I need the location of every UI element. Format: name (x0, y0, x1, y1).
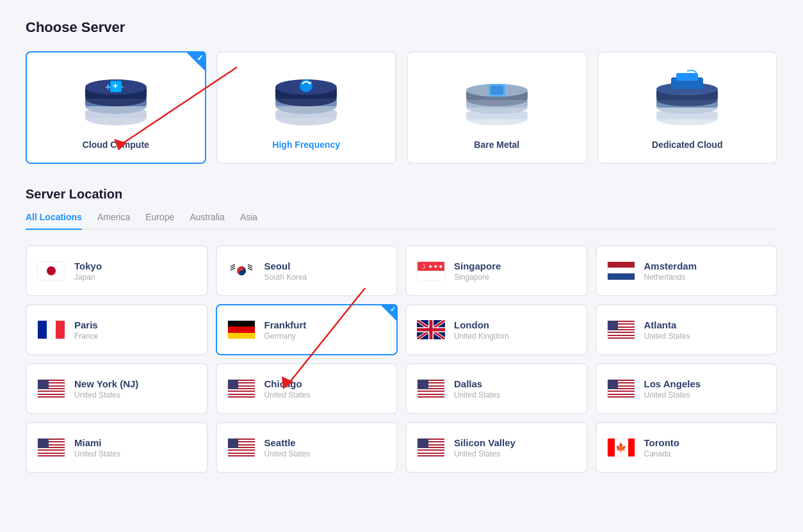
flag-netherlands (607, 261, 635, 280)
location-miami[interactable]: Miami United States (26, 422, 208, 473)
bare-metal-icon (462, 68, 532, 132)
location-atlanta[interactable]: Atlanta United States (596, 304, 778, 355)
location-toronto[interactable]: Toronto Canada (596, 422, 778, 473)
dallas-country: United States (454, 391, 500, 399)
location-chicago[interactable]: Chicago United States (216, 363, 398, 414)
paris-name: Paris (74, 319, 98, 330)
server-type-high-frequency[interactable]: High Frequency (216, 51, 397, 164)
flag-us-chicago (227, 379, 256, 398)
server-type-dedicated-cloud[interactable]: Dedicated Cloud (597, 51, 778, 164)
chicago-country: United States (264, 391, 311, 399)
server-type-grid: + + + Cloud Compute (26, 51, 777, 164)
los-angeles-name: Los Angeles (644, 378, 701, 389)
page-title: Choose Server (26, 19, 777, 36)
location-dallas[interactable]: Dallas United States (405, 363, 588, 414)
seoul-name: Seoul (264, 261, 307, 271)
toronto-country: Canada (644, 449, 680, 458)
dedicated-cloud-icon (652, 68, 722, 132)
flag-us-atlanta (607, 320, 635, 339)
atlanta-country: United States (644, 332, 690, 341)
singapore-name: Singapore (454, 261, 501, 271)
server-type-bare-metal[interactable]: Bare Metal (407, 51, 587, 164)
high-frequency-label: High Frequency (272, 140, 340, 150)
amsterdam-country: Netherlands (644, 273, 697, 282)
atlanta-name: Atlanta (644, 319, 690, 330)
toronto-name: Toronto (644, 437, 680, 448)
miami-country: United States (74, 449, 120, 458)
cloud-compute-label: Cloud Compute (83, 140, 149, 150)
high-frequency-icon (271, 68, 341, 132)
location-london[interactable]: London United Kingdom (405, 304, 588, 355)
tokyo-name: Tokyo (74, 261, 102, 271)
seattle-name: Seattle (264, 437, 311, 448)
location-grid-row2: Paris France Frankfurt Germany (26, 304, 777, 355)
svg-point-41 (239, 266, 243, 271)
location-grid-row3: New York (NJ) United States Chicago Unit… (26, 363, 777, 414)
location-grid: Tokyo Japan (26, 245, 777, 296)
flag-germany (227, 320, 256, 339)
flag-canada (607, 438, 635, 457)
location-new-york[interactable]: New York (NJ) United States (26, 363, 208, 414)
flag-us-ny (37, 379, 65, 398)
svg-point-42 (239, 271, 243, 275)
tokyo-country: Japan (74, 273, 102, 282)
svg-rect-36 (676, 73, 698, 81)
svg-rect-27 (491, 86, 503, 95)
location-grid-row4: Miami United States Seattle United State… (26, 422, 777, 473)
location-paris[interactable]: Paris France (26, 304, 208, 355)
location-los-angeles[interactable]: Los Angeles United States (596, 363, 778, 414)
miami-name: Miami (74, 437, 120, 448)
frankfurt-name: Frankfurt (264, 319, 307, 330)
new-york-name: New York (NJ) (74, 378, 138, 389)
location-frankfurt[interactable]: Frankfurt Germany (216, 304, 398, 355)
bare-metal-label: Bare Metal (474, 140, 519, 150)
tab-asia[interactable]: Asia (240, 212, 257, 230)
cloud-compute-icon: + + + (81, 68, 151, 132)
frankfurt-country: Germany (264, 332, 307, 341)
singapore-country: Singapore (454, 273, 501, 282)
server-location-heading: Server Location (26, 187, 777, 202)
location-silicon-valley[interactable]: Silicon Valley United States (405, 422, 588, 473)
flag-us-miami (37, 438, 65, 457)
flag-uk (417, 320, 445, 339)
silicon-valley-name: Silicon Valley (454, 437, 515, 448)
london-country: United Kingdom (454, 332, 508, 341)
flag-us-dallas (417, 379, 445, 398)
dedicated-cloud-label: Dedicated Cloud (652, 140, 722, 150)
silicon-valley-country: United States (454, 449, 515, 458)
flag-us-seattle (227, 438, 256, 457)
flag-us-sv (417, 438, 445, 457)
location-singapore[interactable]: ☽ ✦✦✦ Singapore Singapore (405, 245, 588, 296)
server-type-cloud-compute[interactable]: + + + Cloud Compute (26, 51, 206, 164)
tab-europe[interactable]: Europe (145, 212, 174, 230)
london-name: London (454, 319, 508, 330)
new-york-country: United States (74, 391, 138, 399)
tab-all-locations[interactable]: All Locations (26, 212, 82, 230)
flag-korea (227, 261, 256, 280)
amsterdam-name: Amsterdam (644, 261, 697, 271)
seattle-country: United States (264, 449, 311, 458)
flag-france (37, 320, 65, 339)
flag-japan (37, 261, 65, 280)
tab-america[interactable]: America (97, 212, 130, 230)
svg-text:+: + (113, 81, 118, 91)
flag-us-la (607, 379, 635, 398)
seoul-country: South Korea (264, 273, 307, 282)
svg-text:+: + (105, 81, 111, 92)
los-angeles-country: United States (644, 391, 701, 399)
location-seattle[interactable]: Seattle United States (216, 422, 398, 473)
flag-singapore: ☽ ✦✦✦ (417, 261, 445, 280)
dallas-name: Dallas (454, 378, 500, 389)
paris-country: France (74, 332, 98, 341)
tab-australia[interactable]: Australia (190, 212, 224, 230)
location-tokyo[interactable]: Tokyo Japan (26, 245, 208, 296)
location-tabs: All Locations America Europe Australia A… (26, 212, 777, 230)
location-seoul[interactable]: Seoul South Korea (216, 245, 398, 296)
location-amsterdam[interactable]: Amsterdam Netherlands (596, 245, 778, 296)
chicago-name: Chicago (264, 378, 311, 389)
